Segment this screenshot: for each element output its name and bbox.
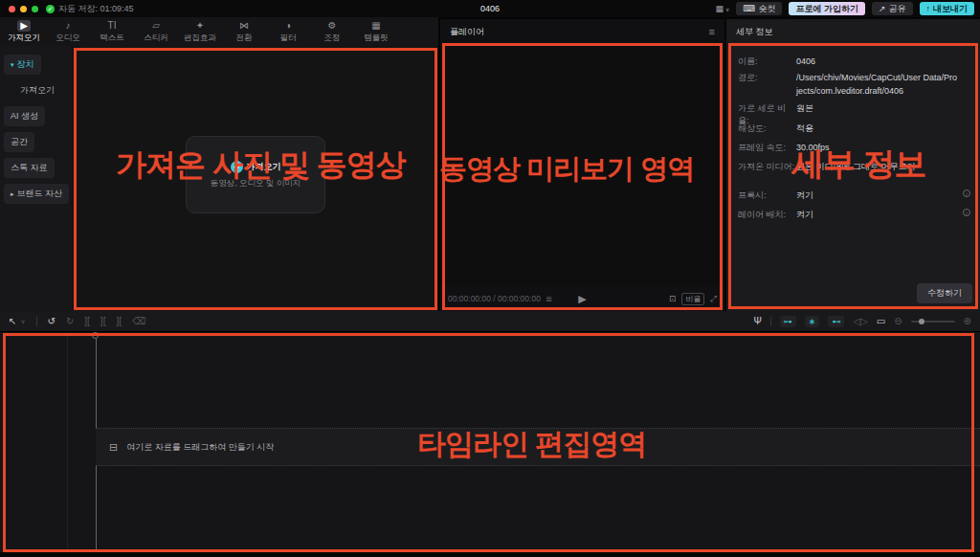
share-label: 공유 bbox=[889, 3, 906, 15]
tab-template[interactable]: ▦템플릿 bbox=[354, 17, 398, 46]
microphone-icon[interactable]: Ψ bbox=[753, 316, 761, 326]
tab-label: 오디오 bbox=[56, 33, 80, 44]
details-title: 세부 정보 bbox=[736, 26, 773, 38]
magnetic-snap-toggle-icon[interactable]: ∗ bbox=[805, 316, 820, 327]
timeline-area[interactable]: ⊟ 여기로 자료를 드래그하여 만들기 시작 bbox=[0, 332, 980, 552]
timeline-zoom-slider[interactable] bbox=[911, 321, 955, 323]
track-placeholder-text: 여기로 자료를 드래그하여 만들기 시작 bbox=[126, 441, 274, 454]
auto-cut-toggle-icon[interactable]: ⊶ bbox=[780, 316, 796, 327]
detail-value: 30.00fps bbox=[796, 142, 972, 155]
duration-list-icon[interactable]: ≣ bbox=[546, 294, 552, 303]
tab-label: 전환 bbox=[236, 33, 253, 44]
tab-effects[interactable]: ✦편집효과 bbox=[178, 17, 222, 46]
tab-label: 가져오기 bbox=[8, 33, 40, 44]
tab-import[interactable]: ▶가져오기 bbox=[2, 17, 46, 46]
timeline-toolbar: ↖ ∨ ↺ ↻ ][ ][ ][ ⌫ Ψ ⊶ ∗ ⊷ ◁▷ ▭ ⊖ ⊕ bbox=[0, 311, 980, 332]
detail-row-proxy: 프록시:켜기i bbox=[738, 189, 972, 203]
detail-label: 경로: bbox=[738, 72, 796, 99]
tab-transition[interactable]: ⋈전환 bbox=[222, 17, 266, 46]
detail-row-path: 경로:/Users/chiv/Movies/CapCut/User Data/P… bbox=[738, 72, 972, 99]
zoom-in-icon[interactable]: ⊕ bbox=[964, 316, 971, 326]
preview-axis-icon[interactable]: ▭ bbox=[877, 316, 885, 326]
detail-row-layer-arrangement: 레이어 배치:켜기i bbox=[738, 209, 972, 222]
tab-label: 템플릿 bbox=[364, 33, 389, 44]
player-viewport bbox=[440, 44, 724, 286]
sidebar-item-label: 스톡 자료 bbox=[11, 163, 48, 172]
view-controls: ⊡ 비율 ⤢ bbox=[669, 293, 717, 305]
player-header: 플레이어 ≡ bbox=[440, 19, 724, 44]
tab-sticker[interactable]: ▱스티커 bbox=[134, 17, 178, 46]
sidebar-item-import[interactable]: 가져오기 bbox=[13, 80, 61, 100]
import-hint: 동영상, 오디오 및 이미지 bbox=[211, 178, 301, 189]
adjust-tab-icon: ⚙ bbox=[328, 20, 337, 32]
detail-label: 해상도: bbox=[738, 123, 796, 136]
playhead-handle[interactable] bbox=[92, 332, 99, 339]
detail-row-frame-rate: 프레임 속도:30.00fps bbox=[738, 142, 972, 155]
info-icon[interactable]: i bbox=[963, 189, 970, 197]
sidebar-item-device[interactable]: ▾장치 bbox=[4, 55, 41, 75]
detail-label: 가져온 미디어: bbox=[738, 161, 796, 174]
main-track-placeholder[interactable]: ⊟ 여기로 자료를 드래그하여 만들기 시작 bbox=[96, 428, 980, 466]
sidebar-item-stock[interactable]: 스톡 자료 bbox=[4, 158, 55, 178]
shortcut-button[interactable]: ⌨ 숏컷 bbox=[736, 2, 782, 15]
zoom-out-icon[interactable]: ⊖ bbox=[894, 316, 902, 326]
join-pro-button[interactable]: 프로에 가입하기 bbox=[789, 2, 865, 15]
trim-left-icon[interactable]: ][ bbox=[100, 316, 106, 326]
info-icon[interactable]: i bbox=[963, 209, 970, 216]
import-dropzone[interactable]: + 가져오기 동영상, 오디오 및 이미지 bbox=[186, 136, 325, 213]
export-button[interactable]: ↑ 내보내기 bbox=[920, 2, 975, 15]
transition-tab-icon: ⋈ bbox=[239, 20, 249, 32]
tab-label: 편집효과 bbox=[184, 33, 216, 44]
text-tab-icon: TI bbox=[108, 20, 117, 32]
import-tab-icon: ▶ bbox=[17, 20, 31, 32]
template-tab-icon: ▦ bbox=[371, 20, 380, 32]
sidebar-item-ai-generate[interactable]: AI 생성 bbox=[4, 106, 45, 126]
ratio-button[interactable]: 비율 bbox=[681, 293, 704, 305]
sidebar-item-space[interactable]: 공간 bbox=[4, 132, 34, 152]
layout-toggle-button[interactable]: ▦ ∨ bbox=[716, 4, 730, 13]
sidebar-item-label: 장치 bbox=[17, 59, 34, 69]
detail-label: 프레임 속도: bbox=[738, 142, 796, 155]
player-menu-icon[interactable]: ≡ bbox=[709, 26, 715, 37]
film-strip-icon: ⊟ bbox=[109, 441, 118, 454]
join-pro-label: 프로에 가입하기 bbox=[795, 3, 858, 15]
import-action: + 가져오기 bbox=[231, 161, 281, 173]
select-tool-icon[interactable]: ↖ bbox=[9, 316, 16, 326]
track-header-divider bbox=[67, 332, 68, 552]
timeline-toolbar-right: Ψ ⊶ ∗ ⊷ ◁▷ ▭ ⊖ ⊕ bbox=[753, 316, 971, 327]
redo-icon[interactable]: ↻ bbox=[66, 316, 74, 326]
link-clips-toggle-icon[interactable]: ⊷ bbox=[828, 316, 844, 327]
select-tool-chevron-icon[interactable]: ∨ bbox=[20, 318, 25, 325]
layout-icon: ▦ bbox=[716, 4, 724, 13]
triangle-icon: ▾ bbox=[11, 61, 14, 68]
sidebar-item-label: 브랜드 자산 bbox=[17, 189, 63, 198]
share-button[interactable]: ↗ 공유 bbox=[872, 2, 913, 15]
sidebar-item-brand-assets[interactable]: ▸브랜드 자산 bbox=[4, 184, 69, 204]
titlebar-actions: ▦ ∨ ⌨ 숏컷 프로에 가입하기 ↗ 공유 ↑ 내보내기 bbox=[716, 2, 974, 15]
detail-value: 켜기 bbox=[796, 189, 972, 203]
tab-label: 스티커 bbox=[144, 33, 168, 44]
detail-value: 적용 bbox=[796, 123, 972, 136]
mirror-split-icon[interactable]: ◁▷ bbox=[853, 316, 867, 326]
zoom-slider-handle[interactable] bbox=[919, 319, 924, 324]
delete-icon[interactable]: ⌫ bbox=[132, 316, 145, 326]
detail-value: 켜기 bbox=[796, 209, 972, 222]
export-icon: ↑ bbox=[926, 4, 931, 13]
fit-screen-icon[interactable]: ⊡ bbox=[669, 294, 676, 303]
fullscreen-icon[interactable]: ⤢ bbox=[710, 294, 717, 304]
detail-row-name: 이름:0406 bbox=[738, 56, 972, 69]
media-sidebar: ▾장치가져오기AI 생성공간스톡 자료▸브랜드 자산 bbox=[0, 46, 72, 311]
split-icon[interactable]: ][ bbox=[84, 316, 90, 326]
edit-button[interactable]: 수정하기 bbox=[917, 283, 972, 303]
tab-text[interactable]: TI텍스트 bbox=[90, 17, 134, 46]
undo-icon[interactable]: ↺ bbox=[48, 316, 56, 326]
tab-filter[interactable]: ◑필터 bbox=[266, 17, 310, 46]
tab-adjust[interactable]: ⚙조정 bbox=[310, 17, 354, 46]
play-button[interactable]: ▶ bbox=[578, 293, 586, 305]
sidebar-item-label: 가져오기 bbox=[20, 85, 55, 95]
details-header: 세부 정보 bbox=[726, 19, 980, 44]
filter-tab-icon: ◑ bbox=[285, 20, 291, 32]
detail-label: 이름: bbox=[738, 56, 796, 69]
tab-audio[interactable]: ♪오디오 bbox=[46, 17, 90, 46]
trim-right-icon[interactable]: ][ bbox=[116, 316, 122, 326]
